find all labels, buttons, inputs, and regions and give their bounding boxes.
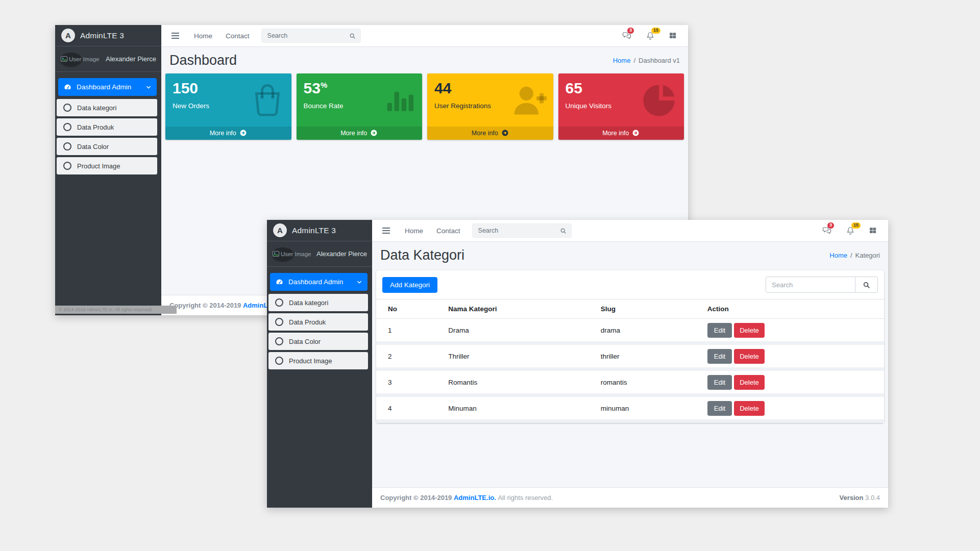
sidebar: A AdminLTE 3 User Image Alexander Pierce… bbox=[55, 25, 161, 315]
nav-link-home[interactable]: Home bbox=[398, 227, 430, 235]
sidebar-item-product-image[interactable]: Product Image bbox=[268, 352, 368, 369]
column-header-nama: Nama Kategori bbox=[442, 299, 595, 319]
status-tooltip: © 2014-2019 AdminLTE.io. All rights rese… bbox=[55, 306, 177, 314]
nav-link-contact[interactable]: Contact bbox=[430, 227, 467, 235]
table-row: 3 Romantis romantis EditDelete bbox=[376, 369, 884, 395]
circle-icon bbox=[63, 123, 71, 131]
table-search-button[interactable] bbox=[855, 277, 878, 293]
delete-button[interactable]: Delete bbox=[734, 349, 765, 364]
user-panel: User Image Alexander Pierce bbox=[267, 241, 372, 267]
more-info-link[interactable]: More info bbox=[297, 127, 423, 140]
adminlte-link[interactable]: AdminLTE.io. bbox=[454, 494, 496, 502]
sidebar-item-data-produk[interactable]: Data Produk bbox=[57, 118, 157, 136]
messages-icon[interactable]: 3 bbox=[622, 31, 632, 40]
sidebar-item-data-color[interactable]: Data Color bbox=[57, 138, 157, 155]
grid-icon[interactable] bbox=[869, 227, 877, 235]
add-kategori-button[interactable]: Add Kategori bbox=[382, 277, 437, 293]
edit-button[interactable]: Edit bbox=[707, 323, 732, 338]
nav-link-home[interactable]: Home bbox=[187, 32, 219, 40]
cell-nama: Romantis bbox=[442, 369, 595, 395]
navbar-search bbox=[261, 29, 361, 43]
hamburger-menu-icon[interactable] bbox=[379, 226, 393, 236]
kategori-table: No Nama Kategori Slug Action 1 Drama dra… bbox=[376, 299, 884, 423]
table-search-input[interactable] bbox=[766, 277, 855, 293]
hamburger-menu-icon[interactable] bbox=[168, 31, 182, 41]
navbar-search-input[interactable] bbox=[477, 227, 560, 235]
shopping-bag-icon bbox=[249, 81, 286, 118]
delete-button[interactable]: Delete bbox=[734, 401, 765, 416]
more-info-link[interactable]: More info bbox=[165, 127, 291, 140]
messages-badge: 3 bbox=[627, 28, 634, 34]
main-content: Home Contact 3 15 bbox=[372, 220, 888, 508]
delete-button[interactable]: Delete bbox=[734, 323, 765, 338]
broken-image-icon bbox=[60, 55, 68, 63]
breadcrumb-home-link[interactable]: Home bbox=[613, 57, 631, 64]
grid-icon[interactable] bbox=[669, 32, 677, 40]
info-boxes-row: 150 New Orders More info 53% Bounce Rate bbox=[161, 71, 688, 140]
tachometer-icon bbox=[63, 83, 72, 91]
user-panel: User Image Alexander Pierce bbox=[55, 46, 161, 72]
cell-no: 4 bbox=[376, 395, 442, 421]
notifications-bell-icon[interactable]: 15 bbox=[846, 226, 855, 236]
menu-item-label: Dashboard Admin bbox=[288, 278, 343, 286]
sidebar-item-dashboard-admin[interactable]: Dashboard Admin bbox=[270, 273, 368, 291]
submenu-item-label: Data Produk bbox=[77, 123, 114, 131]
more-info-link[interactable]: More info bbox=[558, 127, 684, 140]
submenu-item-label: Product Image bbox=[77, 162, 120, 170]
top-navbar: Home Contact 3 15 bbox=[372, 220, 888, 242]
table-header-row: No Nama Kategori Slug Action bbox=[376, 299, 884, 319]
search-icon[interactable] bbox=[349, 33, 356, 39]
messages-badge: 3 bbox=[827, 222, 834, 229]
circle-icon bbox=[275, 298, 283, 307]
breadcrumb-current: Dashboard v1 bbox=[639, 57, 680, 64]
column-header-slug: Slug bbox=[595, 299, 701, 319]
window-footer: Copyright © 2014-2019 AdminLTE.io. All r… bbox=[372, 487, 888, 508]
edit-button[interactable]: Edit bbox=[707, 349, 732, 364]
chevron-down-icon bbox=[356, 279, 362, 285]
notifications-bell-icon[interactable]: 15 bbox=[646, 31, 655, 41]
messages-icon[interactable]: 3 bbox=[822, 226, 832, 235]
user-name-link[interactable]: Alexander Pierce bbox=[106, 55, 156, 63]
sidebar-item-product-image[interactable]: Product Image bbox=[57, 157, 157, 174]
brand-link[interactable]: A AdminLTE 3 bbox=[267, 220, 372, 241]
breadcrumb: Home/Kategori bbox=[829, 252, 880, 259]
cell-slug: drama bbox=[595, 319, 701, 343]
bar-chart-icon bbox=[381, 81, 417, 116]
broken-image-icon bbox=[272, 250, 280, 258]
version-label: Version 3.0.4 bbox=[839, 494, 880, 502]
sidebar-item-data-kategori[interactable]: Data kategori bbox=[268, 294, 368, 311]
content-header: Data Kategori Home/Kategori bbox=[372, 242, 888, 266]
more-info-link[interactable]: More info bbox=[427, 127, 553, 140]
table-search bbox=[766, 277, 878, 293]
user-name-link[interactable]: Alexander Pierce bbox=[316, 250, 367, 258]
adminlte-logo-icon: A bbox=[61, 29, 75, 42]
sidebar-item-data-produk[interactable]: Data Produk bbox=[268, 313, 368, 331]
data-kategori-window: A AdminLTE 3 User Image Alexander Pierce… bbox=[267, 220, 888, 508]
sidebar-item-dashboard-admin[interactable]: Dashboard Admin bbox=[58, 78, 157, 96]
delete-button[interactable]: Delete bbox=[734, 375, 765, 390]
page-title: Dashboard bbox=[169, 53, 237, 68]
nav-link-contact[interactable]: Contact bbox=[219, 32, 256, 40]
sidebar-item-data-kategori[interactable]: Data kategori bbox=[57, 99, 157, 116]
sidebar-item-data-color[interactable]: Data Color bbox=[268, 333, 368, 350]
submenu-item-label: Data Color bbox=[77, 143, 109, 151]
arrow-circle-right-icon bbox=[370, 129, 378, 137]
search-icon[interactable] bbox=[560, 228, 567, 234]
edit-button[interactable]: Edit bbox=[707, 375, 732, 390]
submenu-item-label: Data Produk bbox=[289, 318, 326, 326]
breadcrumb-home-link[interactable]: Home bbox=[829, 252, 847, 259]
top-navbar: Home Contact 3 15 bbox=[161, 25, 688, 47]
content-header: Dashboard Home/Dashboard v1 bbox=[161, 47, 688, 71]
avatar-alt-text: User Image bbox=[281, 251, 311, 257]
brand-link[interactable]: A AdminLTE 3 bbox=[55, 25, 161, 46]
navbar-search bbox=[472, 223, 572, 238]
circle-icon bbox=[275, 357, 283, 365]
edit-button[interactable]: Edit bbox=[707, 401, 732, 416]
notifications-badge: 15 bbox=[851, 222, 861, 229]
circle-icon bbox=[63, 162, 71, 170]
navbar-search-input[interactable] bbox=[266, 32, 349, 40]
arrow-circle-right-icon bbox=[501, 129, 509, 137]
cell-slug: thriller bbox=[595, 343, 701, 369]
info-box-user-registrations: 44 User Registrations More info bbox=[427, 73, 553, 140]
desktop: A AdminLTE 3 User Image Alexander Pierce… bbox=[0, 0, 980, 551]
